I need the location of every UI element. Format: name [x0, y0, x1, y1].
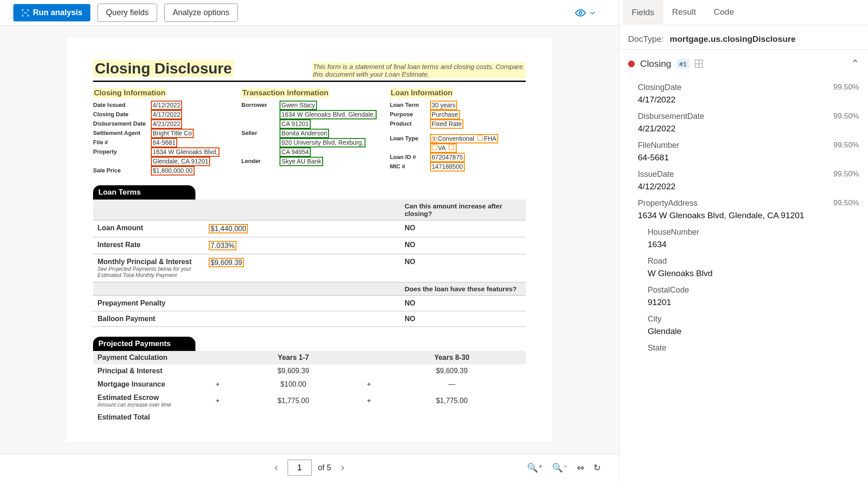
extracted-field[interactable]: ClosingDate99.50%4/17/2022	[628, 77, 859, 106]
section-badge: #1	[677, 59, 690, 69]
projected-row: Estimated Total	[93, 411, 526, 424]
scan-icon	[21, 9, 29, 17]
zoom-out-icon[interactable]: 🔍⁻	[552, 462, 568, 473]
page-controls: ‹ of 5 › 🔍⁺ 🔍⁻ ⇔ ↻	[0, 454, 619, 481]
document-viewer[interactable]: Closing Disclosure This form is a statem…	[0, 26, 619, 454]
section-name: Closing	[640, 58, 671, 69]
projected-row: Mortgage Insurance+$100.00+—	[93, 378, 526, 391]
extracted-subfield[interactable]: CityGlendale	[628, 309, 859, 338]
results-panel: Fields Result Code DocType: mortgage.us.…	[619, 0, 868, 481]
extracted-subfield[interactable]: HouseNumber1634	[628, 222, 859, 251]
document-page: Closing Disclosure This form is a statem…	[66, 37, 552, 442]
svg-point-0	[579, 12, 582, 14]
chevron-down-icon[interactable]	[588, 9, 596, 17]
fit-width-icon[interactable]: ⇔	[577, 462, 584, 473]
zoom-in-icon[interactable]: 🔍⁺	[527, 462, 543, 473]
results-tabs: Fields Result Code	[619, 0, 868, 25]
chevron-up-icon[interactable]: ⌃	[851, 58, 859, 69]
run-analysis-label: Run analysis	[33, 8, 82, 17]
projected-payments-table: Payment CalculationYears 1-7Years 8-30 P…	[93, 351, 526, 424]
transaction-info-col: Transaction Information BorrowerGwen Sta…	[241, 88, 377, 175]
tab-fields[interactable]: Fields	[623, 0, 663, 25]
query-fields-button[interactable]: Query fields	[97, 4, 157, 22]
page-number-input[interactable]	[288, 460, 312, 476]
doc-title: Closing Disclosure	[93, 60, 234, 77]
page-total-label: of 5	[318, 463, 331, 473]
rotate-icon[interactable]: ↻	[593, 462, 601, 473]
status-dot-icon	[628, 61, 635, 67]
doctype-value: mortgage.us.closingDisclosure	[670, 34, 796, 44]
top-toolbar: Run analysis Query fields Analyze option…	[0, 0, 619, 26]
run-analysis-button[interactable]: Run analysis	[13, 4, 90, 21]
closing-info-col: Closing Information Date Issued4/12/2022…	[93, 88, 229, 175]
loan-terms-header: Loan Terms	[93, 185, 195, 200]
projected-row: Estimated EscrowAmount can increase over…	[93, 391, 526, 411]
table-view-icon[interactable]	[695, 60, 703, 68]
projected-row: Principal & Interest$9,609.39$9,609.39	[93, 364, 526, 378]
extracted-field[interactable]: DisbursementDate99.50%4/21/2022	[628, 106, 859, 135]
section-header[interactable]: Closing #1 ⌃	[619, 50, 868, 77]
extracted-subfield[interactable]: State	[628, 338, 859, 357]
extracted-subfield[interactable]: PostalCode91201	[628, 280, 859, 309]
doc-blurb: This form is a statement of final loan t…	[312, 62, 526, 78]
visibility-icon[interactable]	[575, 8, 586, 18]
analyze-options-button[interactable]: Analyze options	[164, 4, 238, 22]
next-page-button[interactable]: ›	[337, 460, 348, 475]
extracted-field[interactable]: IssueDate99.50%4/12/2022	[628, 164, 859, 193]
extracted-field[interactable]: PropertyAddress99.50%1634 W Glenoaks Blv…	[628, 193, 859, 222]
doctype-row: DocType: mortgage.us.closingDisclosure	[619, 25, 868, 50]
fields-list[interactable]: ClosingDate99.50%4/17/2022DisbursementDa…	[619, 77, 868, 481]
tab-code[interactable]: Code	[705, 0, 743, 25]
projected-payments-header: Projected Payments	[93, 337, 195, 351]
loan-terms-table: Can this amount increase after closing? …	[93, 200, 526, 327]
extracted-field[interactable]: FileNumber99.50%64-5681	[628, 135, 859, 164]
tab-result[interactable]: Result	[663, 0, 705, 25]
prev-page-button[interactable]: ‹	[271, 460, 281, 475]
extracted-subfield[interactable]: RoadW Glenoaks Blvd	[628, 251, 859, 280]
loan-info-col: Loan Information Loan Term30 years Purpo…	[390, 88, 526, 175]
